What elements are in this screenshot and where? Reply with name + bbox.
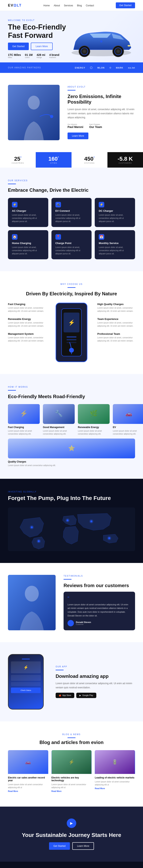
blog-divider: [68, 738, 75, 738]
number-cities-val: 160°: [40, 156, 67, 162]
testimonial-image: [8, 575, 55, 630]
cta-play-button[interactable]: ▶: [67, 818, 76, 828]
hero-stats: 1TC Miles Miles 01 1M Users 428 mi Range…: [8, 53, 68, 62]
services-section: OUR SERVICES Embrace Change, Drive the E…: [0, 167, 143, 271]
how-card-ev-title: EV: [113, 426, 143, 429]
nav-link-home[interactable]: Home: [43, 4, 50, 7]
how-card-fast: ⚡ Fast Charging Lorem ipsum dolor sit am…: [8, 404, 40, 435]
nav-link-about[interactable]: About: [54, 4, 60, 7]
svg-point-6: [117, 50, 120, 53]
how-card-fast-title: Fast Charging: [8, 426, 40, 429]
world-map: [8, 507, 135, 551]
cta-primary-button[interactable]: Get Started: [49, 842, 70, 850]
testimonials-divider: [64, 579, 72, 580]
google-play-button[interactable]: ▶ Google Play: [76, 693, 96, 698]
hero-stat-range-val: 428 mi: [37, 53, 45, 57]
why-layout: Fast Charging Lorem ipsum dolor sit amet…: [8, 303, 135, 362]
cta-buttons: Get Started Learn More: [8, 842, 135, 850]
why-item-management-text: Lorem ipsum dolor sit amet, consectetur …: [8, 336, 46, 342]
service-card-ac-charger: ⚡ AC Charger Lorem ipsum dolor sit amet,…: [8, 198, 48, 227]
blog-card-text-0: Lorem ipsum dolor sit amet consectetur a…: [8, 783, 48, 789]
svg-text:🔧: 🔧: [55, 410, 63, 417]
service-desc-dc: Lorem ipsum dolor sit amet, consectetur …: [99, 214, 131, 223]
why-item-quality-text: Lorem ipsum dolor sit amet, consectetur …: [97, 306, 135, 313]
service-icon-monthly: 📅: [99, 234, 104, 240]
blog-card-title-0: Electric car sales another record year: [8, 776, 48, 782]
why-item-renewable-title: Renewable Energy: [8, 317, 46, 320]
how-card-fast-text: Lorem ipsum dolor sit amet consectetur a…: [8, 429, 40, 435]
why-item-management-title: Management System: [8, 332, 46, 335]
hero-section: WELCOME TO EVOLT The Eco-Friendly Fast F…: [0, 11, 143, 62]
app-store-buttons: 🍎 App Store ▶ Google Play: [55, 693, 135, 698]
navbar: EVΩLT Home About Services Blog Contact G…: [0, 0, 143, 11]
service-card-home: 🏠 Home Charging Lorem ipsum dolor sit am…: [8, 230, 48, 259]
hero-outline-button[interactable]: Learn More: [31, 42, 52, 50]
partner-mlon: MLON: [97, 67, 104, 69]
footer: EVΩLT Lorem ipsum dolor sit amet consect…: [0, 862, 143, 868]
play-icon: ▶: [79, 694, 81, 696]
about-image: [8, 85, 59, 140]
why-center-device: ⚡: [52, 303, 91, 362]
why-title: Driven By Electricity, Inspired By Natur…: [8, 291, 135, 297]
blog-read-more-1[interactable]: Read More: [51, 790, 92, 792]
svg-rect-17: [67, 342, 76, 343]
nav-link-services[interactable]: Services: [64, 4, 73, 7]
how-card-management-text: Lorem ipsum dolor sit amet consectetur a…: [43, 429, 75, 435]
partner-circle: ◯: [90, 66, 93, 69]
hero-stat-brand-label: Partners: [49, 57, 59, 58]
svg-point-10: [28, 96, 40, 110]
app-label: OUR APP: [55, 665, 135, 668]
about-learn-more-button[interactable]: Learn More: [68, 132, 88, 139]
blog-card-img-0: 🚗: [8, 750, 48, 774]
app-store-button[interactable]: 🍎 App Store: [55, 693, 74, 698]
number-customers: -5.8 K Customers: [108, 152, 143, 167]
why-item-professional-text: Lorem ipsum dolor sit amet, consectetur …: [97, 336, 135, 342]
how-label: HOW IT WORKS: [8, 386, 135, 388]
cta-outline-button[interactable]: Learn More: [72, 842, 94, 850]
svg-rect-16: [67, 339, 76, 340]
blog-read-more-0[interactable]: Read More: [8, 790, 48, 792]
app-phones: ⚡ Check Status: [8, 654, 48, 710]
how-card-quality-text: Lorem ipsum dolor sit amet consectetur a…: [8, 464, 135, 467]
number-countries-label: Countries: [4, 162, 31, 164]
testimonial-card: " Lorem ipsum dolor sit amet consectetur…: [64, 592, 135, 630]
why-item-professional-title: Professional Team: [97, 332, 135, 335]
svg-point-42: [25, 586, 39, 601]
number-customers-label: Customers: [112, 162, 139, 164]
blog-card-1: ⚡ Electric vehicles are key technology L…: [51, 750, 92, 795]
how-card-ev: 🚗 EV Lorem ipsum dolor sit amet consecte…: [113, 404, 143, 435]
nav-link-contact[interactable]: Contact: [86, 4, 94, 7]
about-divider: [68, 90, 75, 91]
hero-primary-button[interactable]: Get Started: [8, 42, 29, 50]
service-desc-ac: Lorem ipsum dolor sit amet, consectetur …: [12, 214, 44, 223]
why-item-fast-charging: Fast Charging Lorem ipsum dolor sit amet…: [8, 303, 46, 313]
svg-text:⚡: ⚡: [20, 410, 28, 417]
blog-card-0: 🚗 Electric car sales another record year…: [8, 750, 48, 795]
number-countries: 25° Countries: [0, 152, 36, 167]
blog-read-more-2[interactable]: Read More: [95, 787, 135, 789]
why-item-management: Management System Lorem ipsum dolor sit …: [8, 332, 46, 342]
svg-point-34: [66, 518, 70, 522]
testimonials-section: TESTIMONIALS Reviews from our customers …: [0, 563, 143, 642]
how-card-renewable-text: Lorem ipsum dolor sit amet consectetur a…: [78, 429, 110, 435]
svg-text:🚗: 🚗: [125, 410, 132, 417]
nav-cta-button[interactable]: Get Started: [116, 2, 135, 8]
why-item-experience-text: Lorem ipsum dolor sit amet, consectetur …: [97, 321, 135, 328]
why-right-column: High Quality Charges Lorem ipsum dolor s…: [97, 303, 135, 362]
service-card-dc-charger: ⚡ DC Charger Lorem ipsum dolor sit amet,…: [95, 198, 135, 227]
number-customers-val: -5.8 K: [112, 156, 139, 162]
partner-mark: MARK: [116, 67, 123, 69]
why-section: WHY CHOOSE US Driven By Electricity, Ins…: [0, 271, 143, 374]
hero-stat-miles-label: Miles: [8, 57, 21, 58]
blog-card-img-2: 🔋: [95, 750, 135, 774]
nav-link-blog[interactable]: Blog: [77, 4, 82, 7]
map-section: INVESTING GLOBALLY Forget The Pump, Plug…: [0, 479, 143, 563]
hero-title: The Eco-Friendly Fast Forward: [8, 23, 68, 39]
hero-stat-range-label: Range: [37, 57, 45, 58]
service-title-dc: DC Charger: [99, 209, 131, 212]
partners-list: ENERGY ◯ MLON ◇ MARK no.let: [75, 66, 135, 69]
service-desc-ev: Lorem ipsum dolor sit amet, consectetur …: [55, 214, 88, 223]
blog-card-text-2: Lorem ipsum dolor sit amet consectetur a…: [95, 780, 135, 786]
hero-welcome: WELCOME TO EVOLT: [8, 19, 68, 21]
how-card-quality: ⭐ Quality Charges Lorem ipsum dolor sit …: [8, 439, 135, 467]
